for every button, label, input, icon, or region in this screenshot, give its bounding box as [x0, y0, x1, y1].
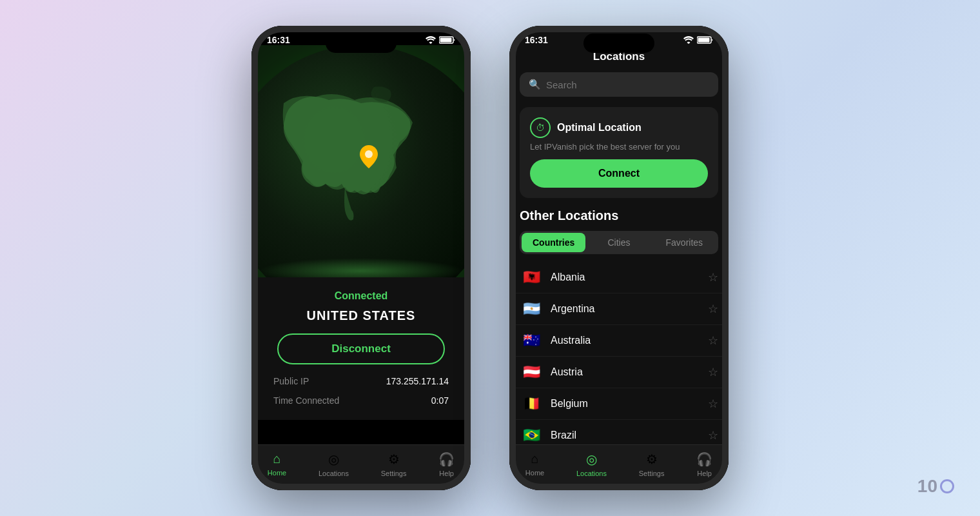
list-item[interactable]: 🇦🇺 Australia ☆ — [509, 325, 729, 357]
flag-argentina: 🇦🇷 — [520, 301, 543, 317]
tab-settings-label-left: Settings — [381, 470, 407, 477]
left-phone: 16:31 — [251, 26, 471, 490]
help-icon-left: 🎧 — [438, 452, 455, 467]
flag-australia: 🇦🇺 — [520, 333, 543, 348]
optimal-icon: ⏱ — [530, 117, 551, 138]
optimal-header: ⏱ Optimal Location — [530, 117, 708, 138]
flag-albania: 🇦🇱 — [520, 270, 543, 285]
vpn-info-panel: Connected UNITED STATES Disconnect Publi… — [251, 277, 471, 420]
favorite-argentina[interactable]: ☆ — [708, 302, 718, 316]
tab-help-left[interactable]: 🎧 Help — [438, 452, 455, 477]
wifi-icon-left — [426, 36, 436, 44]
time-connected-label: Time Connected — [273, 395, 339, 406]
tab-locations-label-right: Locations — [576, 470, 607, 477]
country-name-argentina: Argentina — [551, 303, 700, 315]
tab-locations-label-left: Locations — [318, 470, 349, 477]
left-phone-screen: 16:31 — [251, 26, 471, 490]
tab-help-label-left: Help — [439, 470, 454, 477]
dynamic-island — [326, 34, 397, 53]
svg-point-2 — [365, 150, 373, 158]
country-name-australia: Australia — [551, 335, 700, 346]
map-continent — [271, 84, 438, 226]
time-right: 16:31 — [525, 35, 548, 45]
watermark-circle — [940, 479, 954, 493]
home-icon-left: ⌂ — [273, 452, 280, 466]
svg-rect-1 — [440, 38, 452, 43]
favorite-austria[interactable]: ☆ — [708, 365, 718, 379]
tab-home-left[interactable]: ⌂ Home — [268, 452, 286, 477]
optimal-location-card: ⏱ Optimal Location Let IPVanish pick the… — [520, 107, 718, 198]
time-connected-row: Time Connected 0:07 — [267, 394, 455, 407]
favorite-brazil[interactable]: ☆ — [708, 428, 718, 442]
tab-locations-right[interactable]: ◎ Locations — [576, 452, 607, 477]
tab-locations-left[interactable]: ◎ Locations — [318, 452, 349, 477]
list-item[interactable]: 🇦🇹 Austria ☆ — [509, 357, 729, 388]
optimal-subtitle: Let IPVanish pick the best server for yo… — [530, 142, 708, 152]
time-left: 16:31 — [267, 35, 290, 45]
location-tabs: Countries Cities Favorites — [520, 231, 718, 254]
tab-settings-right[interactable]: ⚙ Settings — [639, 452, 665, 477]
favorite-albania[interactable]: ☆ — [708, 270, 718, 284]
other-locations-title: Other Locations — [509, 208, 729, 231]
favorite-australia[interactable]: ☆ — [708, 333, 718, 348]
connected-country: UNITED STATES — [307, 308, 416, 323]
tab-favorites[interactable]: Favorites — [652, 233, 716, 252]
watermark-text: 10 — [917, 476, 937, 497]
status-icons-right — [683, 36, 713, 44]
flag-austria: 🇦🇹 — [520, 364, 543, 380]
time-connected-value: 0:07 — [431, 395, 449, 406]
map-area — [251, 45, 471, 277]
public-ip-row: Public IP 173.255.171.14 — [267, 375, 455, 388]
flag-brazil: 🇧🇷 — [520, 428, 543, 443]
search-bar[interactable]: 🔍 — [520, 72, 718, 97]
help-icon-right: 🎧 — [696, 452, 712, 467]
tab-help-label-right: Help — [697, 470, 712, 477]
tab-settings-label-right: Settings — [639, 470, 665, 477]
map-pin — [360, 145, 378, 171]
dynamic-island-right — [583, 34, 654, 53]
public-ip-value: 173.255.171.14 — [386, 376, 449, 386]
country-list: 🇦🇱 Albania ☆ 🇦🇷 Argentina ☆ 🇦🇺 Australia… — [509, 262, 729, 452]
status-icons-left — [426, 36, 455, 44]
optimal-title: Optimal Location — [557, 122, 642, 134]
flag-belgium: 🇧🇪 — [520, 396, 543, 412]
locations-icon-right: ◎ — [586, 452, 597, 467]
public-ip-label: Public IP — [273, 376, 309, 386]
home-indicator-right — [580, 484, 658, 486]
globe-glow — [258, 258, 464, 277]
tab-help-right[interactable]: 🎧 Help — [696, 452, 712, 477]
country-name-brazil: Brazil — [551, 430, 700, 441]
right-phone: 16:31 Locations — [509, 26, 729, 490]
country-name-belgium: Belgium — [551, 398, 700, 410]
tab-cities[interactable]: Cities — [587, 233, 651, 252]
watermark: 10 — [917, 476, 954, 497]
tab-home-label-left: Home — [268, 469, 286, 477]
tab-countries[interactable]: Countries — [522, 233, 585, 252]
country-name-albania: Albania — [551, 272, 700, 283]
connection-status: Connected — [335, 290, 388, 302]
tab-home-right[interactable]: ⌂ Home — [525, 452, 544, 477]
svg-rect-4 — [698, 38, 710, 43]
right-phone-screen: 16:31 Locations — [509, 26, 729, 490]
settings-icon-left: ⚙ — [388, 452, 400, 467]
tab-settings-left[interactable]: ⚙ Settings — [381, 452, 407, 477]
disconnect-button[interactable]: Disconnect — [277, 333, 445, 364]
favorite-belgium[interactable]: ☆ — [708, 397, 718, 411]
battery-icon-left — [439, 36, 455, 44]
wifi-icon-right — [683, 36, 694, 44]
search-icon: 🔍 — [529, 79, 541, 90]
connect-button[interactable]: Connect — [530, 159, 708, 188]
country-name-austria: Austria — [551, 366, 700, 378]
tab-home-label-right: Home — [525, 469, 544, 477]
list-item[interactable]: 🇧🇪 Belgium ☆ — [509, 388, 729, 420]
home-indicator-left — [322, 484, 400, 486]
phones-container: 16:31 — [251, 26, 729, 490]
search-input[interactable] — [546, 79, 709, 90]
home-icon-right: ⌂ — [531, 452, 538, 466]
locations-icon-left: ◎ — [328, 452, 339, 467]
battery-icon-right — [697, 36, 713, 44]
settings-icon-right: ⚙ — [646, 452, 658, 467]
list-item[interactable]: 🇦🇷 Argentina ☆ — [509, 293, 729, 325]
list-item[interactable]: 🇦🇱 Albania ☆ — [509, 262, 729, 293]
